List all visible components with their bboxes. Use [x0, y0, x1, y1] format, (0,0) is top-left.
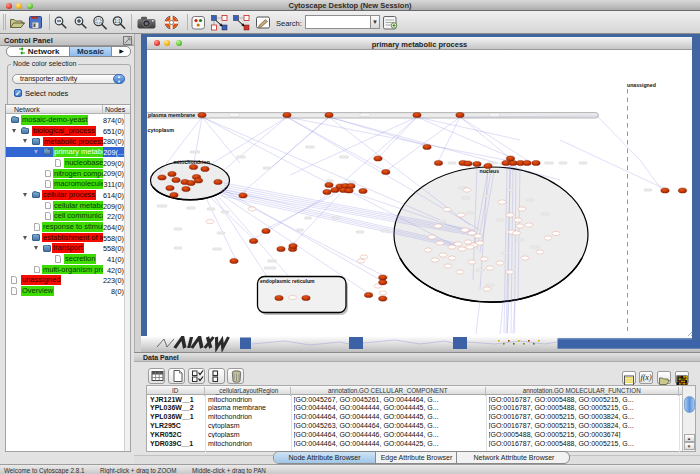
svg-text:plasma membrane: plasma membrane	[148, 112, 195, 118]
svg-text:mitochondrion: mitochondrion	[174, 159, 210, 165]
svg-text:cytoplasm: cytoplasm	[148, 127, 175, 133]
svg-text:nucleus: nucleus	[480, 168, 500, 174]
svg-text:endoplasmic reticulum: endoplasmic reticulum	[260, 278, 315, 284]
svg-text:unassigned: unassigned	[627, 82, 656, 88]
svg-text:1:1: 1:1	[114, 19, 121, 24]
